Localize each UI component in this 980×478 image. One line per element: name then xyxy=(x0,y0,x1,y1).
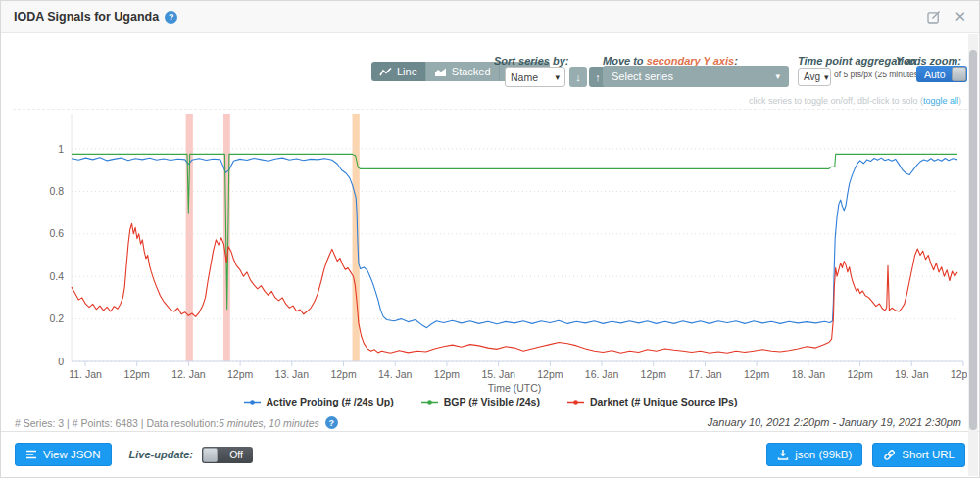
x-axis-tick-label: 15. Jan xyxy=(481,368,515,380)
chevron-down-icon: ▾ xyxy=(824,72,829,82)
view-json-label: View JSON xyxy=(43,449,101,460)
x-axis-tick-label: 12pm xyxy=(951,368,967,380)
series-line-darknet[interactable] xyxy=(72,223,957,353)
y-axis-tick-label: 0 xyxy=(58,356,64,367)
select-series-placeholder: Select series xyxy=(612,71,673,82)
modal-header: IODA Signals for Uganda ? ✕ xyxy=(1,1,979,33)
x-axis-tick-label: 19. Jan xyxy=(895,368,929,380)
series-line-active[interactable] xyxy=(72,158,957,328)
page-title: IODA Signals for Uganda xyxy=(14,10,159,24)
x-axis-tick-label: 11. Jan xyxy=(69,368,102,380)
download-icon xyxy=(777,449,789,460)
legend-item[interactable]: Active Probing (# /24s Up) xyxy=(243,396,394,407)
aggregation-select[interactable]: Avg ▾ xyxy=(798,68,831,86)
series-summary: # Series: 3 | # Points: 6483 | Data reso… xyxy=(15,416,338,429)
chart-type-label: Stacked xyxy=(452,66,491,77)
x-axis-tick-label: 18. Jan xyxy=(792,368,826,380)
aggregation-selected-value: Avg xyxy=(804,72,820,82)
aggregation-suffix: of 5 pts/px (25 minutes) xyxy=(834,70,921,79)
data-resolution-text: 5 minutes, 10 minutes xyxy=(219,417,319,429)
select-series-dropdown[interactable]: Select series ▾ xyxy=(603,66,789,87)
sort-series-label: Sort series by: xyxy=(494,55,568,67)
x-axis-tick-label: 12pm xyxy=(434,368,461,380)
download-json-label: json (99kB) xyxy=(795,449,852,460)
legend-label: BGP (# Visible /24s) xyxy=(444,396,540,407)
scrollbar-track[interactable] xyxy=(968,34,978,476)
date-range: January 10, 2021 2:20pm - January 19, 20… xyxy=(708,416,961,428)
y-axis-tick-label: 0.2 xyxy=(49,312,64,324)
x-axis-tick-label: 12pm xyxy=(227,368,254,380)
x-axis-tick-label: 12pm xyxy=(330,368,357,380)
series-line-bgp[interactable] xyxy=(72,154,957,309)
help-icon[interactable]: ? xyxy=(325,416,338,429)
y-axis-tick-label: 1 xyxy=(58,143,64,155)
close-icon[interactable]: ✕ xyxy=(954,10,966,24)
chart-type-line-button[interactable]: Line xyxy=(371,62,426,81)
chart-type-label: Line xyxy=(397,66,417,77)
line-chart-icon xyxy=(379,67,392,77)
list-icon xyxy=(25,450,37,459)
legend-marker xyxy=(420,398,439,406)
x-axis-tick-label: 12pm xyxy=(847,368,873,380)
legend-marker xyxy=(566,398,585,406)
footer-bar: View JSON Live-update: Off json (99kB) S… xyxy=(1,431,979,477)
area-chart-icon xyxy=(434,67,447,77)
x-axis-tick-label: 14. Jan xyxy=(378,368,413,380)
link-icon xyxy=(883,449,896,461)
y-axis-zoom-toggle[interactable]: Auto xyxy=(916,66,967,82)
y-axis-tick-label: 0.4 xyxy=(49,270,64,282)
legend-label: Active Probing (# /24s Up) xyxy=(267,396,394,407)
edit-icon[interactable] xyxy=(927,10,941,24)
short-url-button[interactable]: Short URL xyxy=(872,443,965,467)
x-axis-title: Time (UTC) xyxy=(488,382,541,394)
sort-series-select[interactable]: Name ▾ xyxy=(505,67,565,87)
series-points-text: # Series: 3 | # Points: 6483 | Data reso… xyxy=(15,417,219,429)
help-icon[interactable]: ? xyxy=(165,11,177,24)
chevron-down-icon: ▾ xyxy=(555,72,560,82)
x-axis-tick-label: 12pm xyxy=(537,368,564,380)
view-json-button[interactable]: View JSON xyxy=(15,443,112,466)
legend-item[interactable]: Darknet (# Unique Source IPs) xyxy=(566,396,738,407)
sort-descending-button[interactable]: ↓ xyxy=(569,67,587,87)
x-axis-tick-label: 12pm xyxy=(124,368,151,380)
short-url-label: Short URL xyxy=(902,449,955,460)
x-axis-tick-label: 17. Jan xyxy=(688,368,722,380)
x-axis-tick-label: 12pm xyxy=(641,368,667,380)
sort-selected-value: Name xyxy=(511,72,538,83)
y-axis-zoom-value: Auto xyxy=(924,69,946,80)
y-axis-tick-label: 0.6 xyxy=(49,227,64,239)
timeseries-chart[interactable]: 00.20.40.60.8111. Jan12pm12. Jan12pm13. … xyxy=(15,101,967,395)
live-update-toggle[interactable]: Off xyxy=(202,447,253,463)
toggle-knob xyxy=(952,67,966,81)
x-axis-tick-label: 16. Jan xyxy=(585,368,619,380)
toggle-knob xyxy=(203,448,218,462)
legend-marker xyxy=(243,398,262,406)
x-axis-tick-label: 13. Jan xyxy=(275,368,310,380)
chevron-down-icon: ▾ xyxy=(775,72,780,81)
x-axis-tick-label: 12pm xyxy=(744,368,770,380)
y-axis-tick-label: 0.8 xyxy=(49,185,64,197)
legend-label: Darknet (# Unique Source IPs) xyxy=(590,396,738,407)
live-update-value: Off xyxy=(229,449,243,460)
legend-item[interactable]: BGP (# Visible /24s) xyxy=(420,396,540,407)
x-axis-tick-label: 12. Jan xyxy=(172,368,206,380)
alert-band xyxy=(223,114,230,361)
live-update-label: Live-update: xyxy=(129,449,193,460)
download-json-button[interactable]: json (99kB) xyxy=(766,443,862,466)
alert-band xyxy=(186,114,193,361)
chart-legend: Active Probing (# /24s Up)BGP (# Visible… xyxy=(1,396,979,407)
scrollbar-thumb[interactable] xyxy=(969,50,977,430)
chart-type-stacked-button[interactable]: Stacked xyxy=(426,62,500,81)
